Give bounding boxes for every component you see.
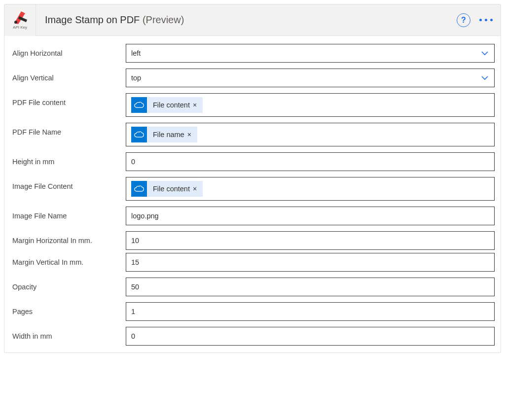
input-margin-vertical[interactable] [131,258,489,266]
row-pdf-file-content: PDF File content File content × [12,93,495,117]
input-image-file-name[interactable] [131,212,489,220]
input-margin-horizontal[interactable] [131,237,489,245]
onedrive-icon [131,181,147,197]
label-opacity: Opacity [12,278,126,291]
row-pdf-file-name: PDF File Name File name × [12,123,495,146]
select-align-horizontal[interactable]: left [126,44,495,63]
input-image-file-content[interactable]: File content × [126,177,495,201]
token-remove[interactable]: × [187,131,191,139]
input-opacity[interactable] [131,283,489,291]
label-align-vertical: Align Vertical [12,69,126,82]
card-title: Image Stamp on PDF (Preview) [36,14,457,26]
row-align-horizontal: Align Horizontal left [12,44,495,63]
chevron-down-icon [480,73,489,82]
select-align-vertical[interactable]: top [126,69,495,87]
row-image-file-content: Image File Content File content × [12,177,495,201]
input-pages[interactable] [131,308,489,315]
token-label: File content [153,185,190,193]
select-value: top [131,74,141,82]
dynamic-token[interactable]: File content × [131,97,203,113]
help-button[interactable]: ? [457,13,470,27]
token-label: File name [153,131,184,139]
more-options-button[interactable] [477,17,495,23]
token-remove[interactable]: × [193,101,197,109]
dynamic-token[interactable]: File name × [131,127,197,142]
row-align-vertical: Align Vertical top [12,69,495,87]
row-opacity: Opacity [12,278,495,296]
input-pdf-file-content[interactable]: File content × [126,93,495,117]
onedrive-icon [131,127,147,142]
dynamic-token[interactable]: File content × [131,181,203,197]
label-pdf-file-content: PDF File content [12,93,126,107]
row-height-mm: Height in mm [12,152,495,171]
action-card: API Key Image Stamp on PDF (Preview) ? A… [4,4,501,353]
label-pages: Pages [12,302,126,316]
label-pdf-file-name: PDF File Name [12,123,126,137]
label-align-horizontal: Align Horizontal [12,44,126,58]
row-image-file-name: Image File Name [12,207,495,225]
connector-icon [12,10,28,24]
input-pdf-file-name[interactable]: File name × [126,123,495,146]
label-image-file-content: Image File Content [12,177,126,191]
row-margin-vertical: Margin Vertical In mm. [12,253,495,272]
select-value: left [131,49,141,57]
input-height-mm[interactable] [131,158,489,166]
api-key-label: API Key [13,25,27,30]
onedrive-icon [131,97,147,113]
label-height-mm: Height in mm [12,152,126,166]
card-header: API Key Image Stamp on PDF (Preview) ? [4,4,501,36]
label-margin-vertical: Margin Vertical In mm. [12,253,126,267]
token-label: File content [153,101,190,109]
chevron-down-icon [480,49,489,58]
row-pages: Pages [12,302,495,321]
card-title-text: Image Stamp on PDF [45,14,140,25]
label-margin-horizontal: Margin Horizontal In mm. [12,231,126,245]
connector-icon-box: API Key [4,4,36,36]
row-margin-horizontal: Margin Horizontal In mm. [12,231,495,250]
card-body: Align Horizontal left Align Vertical top… [4,36,501,352]
label-width-mm: Width in mm [12,327,126,341]
card-title-suffix: (Preview) [143,14,184,25]
row-width-mm: Width in mm [12,327,495,346]
svg-point-0 [14,21,17,24]
input-width-mm[interactable] [131,332,489,340]
label-image-file-name: Image File Name [12,207,126,220]
token-remove[interactable]: × [193,185,197,193]
